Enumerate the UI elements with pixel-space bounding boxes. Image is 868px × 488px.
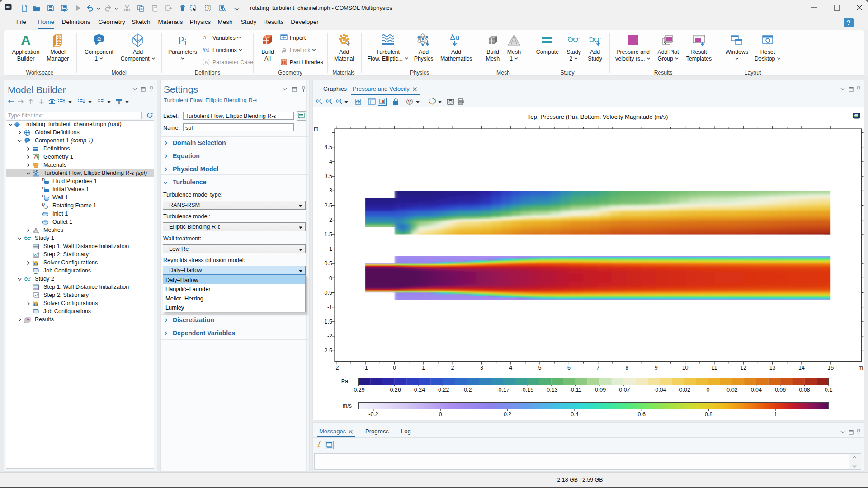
svg-text:0: 0 [707, 387, 710, 393]
svg-text:A: A [21, 33, 31, 47]
svg-text:0.5: 0.5 [325, 260, 332, 267]
svg-text:-0.11: -0.11 [569, 387, 582, 393]
svg-text:-2: -2 [334, 365, 339, 371]
svg-text:m: m [859, 365, 863, 371]
svg-text:-2.5: -2.5 [322, 347, 332, 354]
svg-text:m/s: m/s [343, 403, 352, 409]
svg-text:0: 0 [439, 411, 442, 418]
svg-text:-0.24: -0.24 [412, 387, 425, 393]
svg-text:3: 3 [480, 365, 483, 371]
svg-text:2: 2 [451, 365, 454, 371]
svg-text:Pa: Pa [341, 378, 348, 385]
svg-text:0.02: 0.02 [726, 387, 737, 393]
svg-text:3.5: 3.5 [325, 173, 332, 179]
svg-text:-0.07: -0.07 [617, 387, 630, 393]
svg-text:12: 12 [740, 365, 746, 371]
svg-text:0: 0 [393, 365, 396, 371]
svg-text:4: 4 [329, 159, 332, 165]
svg-text:m: m [314, 126, 318, 132]
svg-text:-0.04: -0.04 [653, 387, 666, 393]
svg-text:2: 2 [329, 217, 332, 223]
svg-text:-1.5: -1.5 [322, 319, 332, 325]
svg-text:4: 4 [509, 365, 512, 371]
svg-text:0.04: 0.04 [751, 387, 762, 393]
svg-text:3: 3 [329, 188, 332, 194]
svg-text:8: 8 [626, 365, 629, 371]
svg-text:-1: -1 [363, 365, 368, 371]
svg-text:6: 6 [567, 365, 571, 371]
svg-text:-2: -2 [327, 333, 332, 339]
svg-text:-0.26: -0.26 [388, 387, 401, 393]
svg-text:-0.2: -0.2 [462, 387, 472, 393]
svg-text:D: D [42, 202, 45, 206]
svg-text:5: 5 [538, 365, 542, 371]
svg-text:11: 11 [712, 365, 717, 371]
svg-text:Pi: Pi [205, 60, 208, 65]
svg-text:Pi: Pi [178, 34, 186, 47]
svg-text:0: 0 [329, 275, 332, 282]
svg-text:-0.5: -0.5 [322, 290, 332, 296]
svg-text:0.2: 0.2 [504, 411, 511, 418]
svg-text:14: 14 [798, 365, 805, 371]
svg-text:Ω: Ω [97, 36, 101, 42]
svg-text:0.4: 0.4 [571, 411, 578, 418]
svg-text:=: = [206, 35, 209, 40]
svg-text:1: 1 [774, 411, 777, 418]
svg-text:f(x): f(x) [203, 47, 210, 53]
svg-text:-0.17: -0.17 [496, 387, 509, 393]
svg-text:0.1: 0.1 [825, 387, 832, 393]
svg-text:-0.22: -0.22 [436, 387, 449, 393]
svg-text:0.8: 0.8 [705, 411, 712, 418]
svg-text:-0.13: -0.13 [545, 387, 558, 393]
svg-text:-0.09: -0.09 [593, 387, 606, 393]
svg-text:0.6: 0.6 [638, 411, 646, 418]
svg-text:-0.02: -0.02 [677, 387, 690, 393]
svg-text:10: 10 [682, 365, 689, 371]
svg-text:-0.29: -0.29 [352, 387, 365, 393]
svg-text:15: 15 [827, 365, 834, 371]
svg-text:0.06: 0.06 [775, 387, 786, 393]
svg-text:1: 1 [329, 246, 332, 252]
svg-text:-0.2: -0.2 [368, 411, 378, 418]
svg-text:2.5: 2.5 [325, 202, 332, 209]
svg-text:-0.15: -0.15 [521, 387, 534, 393]
svg-text:-1: -1 [327, 304, 332, 310]
svg-text:0.08: 0.08 [799, 387, 810, 393]
svg-text:1.5: 1.5 [325, 231, 332, 238]
svg-text:7: 7 [596, 365, 599, 371]
svg-text:4.5: 4.5 [325, 144, 332, 150]
svg-text:Δu: Δu [450, 33, 460, 42]
svg-text:Ω: Ω [26, 139, 28, 141]
svg-text:13: 13 [769, 365, 776, 371]
svg-text:1: 1 [422, 365, 425, 371]
svg-text:Top: Pressure (Pa); Bottom: Ve: Top: Pressure (Pa); Bottom: Velocity Mag… [528, 113, 668, 120]
svg-text:9: 9 [655, 365, 658, 371]
